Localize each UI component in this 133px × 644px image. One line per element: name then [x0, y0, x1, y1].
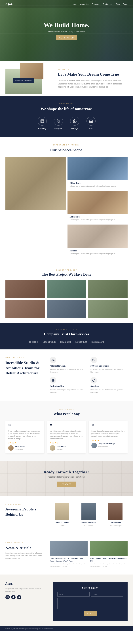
about-section: Established Since 1991 ABOUT US Let's Ma… — [0, 61, 133, 96]
nav-page[interactable]: Page — [123, 3, 127, 5]
experience-desc: Ridiculus fusce sagittis torquent arcu p… — [90, 368, 127, 374]
news-card-1: Client Evolution: AD PRO's Kitchen Trend… — [50, 541, 88, 567]
quote-icon-3: ❝ — [91, 423, 125, 428]
about-images: Established Since 1991 — [6, 68, 53, 88]
nav-contact[interactable]: Contact Us — [103, 3, 112, 5]
manage-icon — [70, 116, 79, 126]
scope-landscape: Landscape adipiscing cras parturient aug… — [67, 190, 128, 223]
svg-rect-7 — [34, 340, 36, 343]
cta-subtitle: Get Incredible Interior Design Right Now… — [6, 476, 127, 478]
team-member-2: Joseph McKnight Co-Founder — [76, 504, 101, 527]
contact-send-button[interactable]: SEND — [84, 611, 97, 616]
contact-name-input[interactable] — [57, 592, 90, 596]
svg-point-4 — [74, 120, 75, 122]
scope-main-img — [6, 157, 66, 210]
quote-icon-2: ❝ — [50, 423, 83, 428]
author-name-1: Brian Adams Entrepreneur — [15, 446, 25, 451]
affordable-title: Affordable Team — [50, 364, 87, 367]
footer-brand-desc: We provides a full-range of architectura… — [6, 587, 49, 593]
why-experience: 30 Years Experience Ridiculus fusce sagi… — [90, 357, 127, 374]
team-photo-1 — [55, 504, 69, 520]
logos-row: LOGOPOLIS legalquest LOGOFILM logopresen… — [6, 340, 127, 344]
svg-point-3 — [58, 120, 59, 121]
about-description: Lorem ipsum dolor sit amet, consectetur … — [58, 79, 127, 88]
why-choose-title: Incredible Studio & Ambitious Team for B… — [6, 360, 44, 376]
instagram-icon[interactable] — [6, 595, 10, 600]
gallery-item-1[interactable] — [6, 280, 45, 298]
testimonials-label: TESTIMONIAL — [6, 408, 127, 410]
scope-landscape-label: Landscape adipiscing cras parturient aug… — [67, 214, 128, 223]
nav-about[interactable]: About Us — [80, 3, 88, 5]
testimonial-text-1: Morbi interdum malesuada est condimentum… — [8, 430, 42, 440]
featured-section: FEATURED CLIENTS Company Trust Our Servi… — [0, 323, 133, 350]
why-choose-left: WHY CHOOSE US Incredible Studio & Ambiti… — [6, 357, 44, 394]
contact-message-input[interactable] — [57, 598, 123, 609]
footer-brand: Asya. We provides a full-range of archit… — [6, 582, 49, 621]
build-icon — [86, 116, 95, 126]
established-badge: Established Since 1991 — [13, 78, 34, 83]
nav-logo[interactable]: Asya. — [6, 2, 13, 6]
scope-interior-label: Interior adipiscing cras parturient augu… — [67, 248, 128, 257]
scope-grid: Office Tower adipiscing cras parturient … — [6, 157, 127, 257]
testimonial-card-3: ❝ Suspendisse ullamcorper duis sagittis … — [89, 420, 127, 454]
design-label: Design It — [54, 128, 63, 130]
client-logo-1 — [29, 340, 38, 344]
professionalism-title: Professionalism — [50, 385, 87, 388]
team-title: Awesome People's Behind Us — [6, 507, 44, 517]
news-description: Lorem ipsum dolor sit amet, consectetur … — [6, 552, 44, 560]
gallery-item-5[interactable] — [47, 300, 86, 318]
client-logo-2: LOGOPOLIS — [43, 341, 56, 343]
build-label: Build — [86, 128, 95, 130]
service-design: Design It — [54, 116, 63, 130]
news-article-desc-1: Lorem ipsum dolor sit amet, ullam adipis… — [50, 563, 88, 567]
team-role-2: Co-Founder — [84, 525, 93, 526]
why-choose-section: WHY CHOOSE US Incredible Studio & Ambiti… — [0, 350, 133, 401]
news-image-2 — [90, 541, 127, 556]
client-logo-5: logopresent — [91, 341, 104, 343]
author-2: Julia Sarah Manager — [50, 445, 83, 451]
contact-email-input[interactable] — [91, 592, 123, 596]
professionalism-icon — [50, 377, 56, 384]
team-member-1: Bryan O'Connor Founder — [50, 504, 74, 527]
design-icon — [54, 116, 63, 126]
hero-section: We Build Home. The Place Where Are You L… — [0, 0, 133, 61]
experience-icon — [90, 357, 97, 363]
hero-cta-button[interactable]: GET STARTED — [56, 36, 77, 40]
news-article-desc-2: Lorem ipsum dolor sit amet, ullam adipis… — [90, 563, 127, 567]
affordable-desc: Ridiculus fusce sagittis torquent arcu p… — [50, 368, 87, 374]
stars-3: ★★★★★ — [91, 439, 125, 441]
featured-label: FEATURED CLIENTS — [6, 328, 127, 330]
cta-contact-button[interactable]: CONTACT — [57, 482, 76, 487]
svg-rect-11 — [52, 380, 54, 382]
gallery-item-6[interactable] — [88, 300, 127, 318]
team-role-3: General Manager — [109, 525, 121, 526]
scope-landscape-name: Landscape — [70, 216, 125, 218]
team-label: LEADER TEAM — [6, 504, 44, 505]
svg-rect-6 — [32, 340, 34, 343]
cta-title: Ready For work Together? — [6, 470, 127, 474]
affordable-icon — [50, 357, 56, 363]
manage-label: Manage — [70, 128, 79, 130]
what-we-do-section: WHAT WE DO We shape the life of tomorrow… — [0, 96, 133, 137]
client-logo-4: LOGOFILM — [75, 341, 87, 343]
gallery-item-4[interactable] — [6, 300, 45, 318]
gallery-item-2[interactable] — [47, 280, 86, 298]
nav-home[interactable]: Home — [72, 3, 77, 5]
svg-rect-5 — [29, 340, 31, 343]
navigation: Asya. Home About Us Services Contact Us … — [0, 0, 133, 8]
why-choose-right: Affordable Team Ridiculus fusce sagittis… — [50, 357, 127, 394]
news-grid: Client Evolution: AD PRO's Kitchen Trend… — [50, 541, 127, 567]
google-icon[interactable] — [11, 595, 16, 600]
gallery-item-3[interactable] — [88, 280, 127, 298]
hero-subtitle: The Place Where Are You Living & Valuabl… — [44, 30, 89, 32]
nav-services[interactable]: Services — [92, 3, 99, 5]
nav-blog[interactable]: Blog — [116, 3, 120, 5]
svg-point-16 — [7, 597, 8, 598]
scope-office-label: Office Tower adipiscing cras parturient … — [67, 180, 128, 189]
why-choose-label: WHY CHOOSE US — [6, 357, 44, 358]
form-row-1 — [57, 592, 123, 596]
stars-2: ★★★★★ — [50, 442, 83, 444]
avatar-3 — [91, 443, 97, 448]
twitter-icon[interactable] — [17, 595, 21, 600]
team-grid: Bryan O'Connor Founder Joseph McKnight C… — [50, 504, 127, 527]
